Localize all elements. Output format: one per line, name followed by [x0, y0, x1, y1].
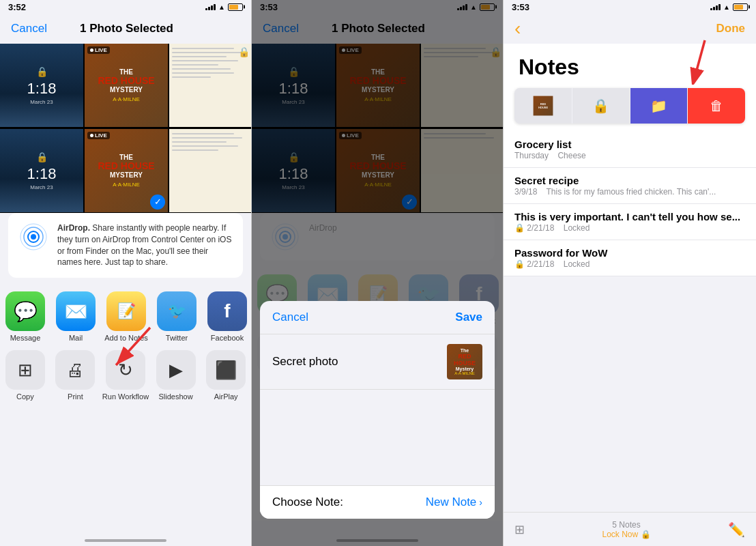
time-1: 3:52: [8, 2, 26, 12]
notes-item-meta-grocery: Thursday Cheese: [514, 151, 745, 160]
airplay-icon: ⬛: [206, 350, 246, 390]
modal-thumbnail: TheRED HOUSEMystery A·A·MILNE: [447, 344, 482, 379]
photo-cell-lockscreen[interactable]: 🔒 1:18 March 23: [0, 44, 83, 127]
workflow-label: Run Workflow: [102, 392, 149, 401]
home-indicator-1: [85, 539, 166, 542]
notes-bottom-bar: ⊞ 5 Notes Lock Now 🔒 ✏️: [504, 512, 756, 546]
modal-cancel-button[interactable]: Cancel: [272, 311, 308, 324]
notes-item-status-password: Locked: [564, 259, 590, 269]
notes-count: 5 Notes: [602, 520, 650, 530]
notes-icon: 📝: [106, 291, 146, 331]
wifi-icon: ▲: [218, 3, 225, 11]
notes-item-grocery[interactable]: Grocery list Thursday Cheese: [504, 132, 756, 168]
lock-overlay: 🔒: [238, 46, 250, 57]
airdrop-icon: [19, 222, 48, 251]
status-bar-1: 3:52 ▲: [0, 0, 251, 14]
workflow-icon: ↻: [106, 350, 145, 390]
notes-item-date-password: 2/21/18: [527, 259, 554, 269]
copy-label: Copy: [16, 392, 34, 401]
status-icons-1: ▲: [205, 3, 243, 11]
status-icons-3: ▲: [710, 3, 748, 11]
signal-icon-3: [710, 3, 721, 10]
notes-lock-now[interactable]: Lock Now 🔒: [602, 530, 650, 539]
panel-1: 3:52 ▲ Cancel 1 Photo Selected 🔒 1:18 Ma…: [0, 0, 252, 546]
app-icon-mail[interactable]: ✉️ Mail: [50, 291, 101, 342]
modal-spacer: [260, 390, 495, 485]
app-icon-notes[interactable]: 📝 Add to Notes: [101, 291, 151, 342]
slideshow-label: Slideshow: [159, 392, 193, 401]
notes-item-password[interactable]: Password for WoW 🔒 2/21/18 Locked: [504, 240, 756, 276]
notes-item-status-important: Locked: [564, 223, 590, 233]
facebook-icon: f: [207, 291, 247, 331]
notes-grid-icon[interactable]: ⊞: [514, 522, 525, 537]
modal-save-button[interactable]: Save: [455, 311, 482, 324]
done-button[interactable]: Done: [716, 22, 745, 35]
notes-item-meta-important: 🔒 2/21/18 Locked: [514, 223, 745, 233]
notes-tool-lock[interactable]: 🔒: [572, 88, 630, 124]
print-label: Print: [68, 392, 83, 401]
modal-footer: Choose Note: New Note ›: [260, 485, 495, 519]
modal-photo-row: Secret photo TheRED HOUSEMystery A·A·MIL…: [260, 334, 495, 390]
slideshow-icon: ▶: [156, 350, 196, 390]
action-slideshow[interactable]: ▶ Slideshow: [151, 350, 201, 401]
airdrop-bold: AirDrop.: [57, 223, 90, 233]
battery-icon-3: [733, 3, 748, 11]
notes-item-preview-recipe: This is for my famous fried chicken. Thi…: [547, 187, 716, 197]
photo-cell-notes[interactable]: 🔒: [169, 44, 252, 127]
back-button[interactable]: ‹: [514, 18, 521, 40]
photo-cell-book-selected[interactable]: TheRED HOUSEMystery A·A·MILNE LIVE: [85, 129, 168, 212]
live-badge-1: LIVE: [87, 46, 110, 54]
action-workflow[interactable]: ↻ Run Workflow: [100, 350, 151, 401]
message-label: Message: [10, 334, 41, 342]
notes-tool-thumbnail[interactable]: RED HOUSE: [514, 88, 572, 124]
message-icon: 💬: [5, 291, 45, 331]
signal-icon: [205, 3, 216, 10]
notes-item-preview-grocery: Cheese: [557, 151, 585, 160]
notes-item-title-important: This is very important. I can't tell you…: [514, 211, 745, 222]
mail-icon: ✉️: [56, 291, 96, 331]
notes-toolbar: RED HOUSE 🔒 📁 🗑: [514, 88, 745, 124]
chevron-right-icon: ›: [479, 497, 482, 508]
photo-grid-1: 🔒 1:18 March 23 TheRED HOUSEMystery A·A·…: [0, 44, 251, 213]
notes-item-title-password: Password for WoW: [514, 247, 745, 259]
time-3: 3:53: [512, 2, 529, 12]
facebook-label: Facebook: [211, 334, 244, 342]
notes-item-important[interactable]: This is very important. I can't tell you…: [504, 204, 756, 240]
notes-item-title-grocery: Grocery list: [514, 139, 745, 150]
notes-item-meta-recipe: 3/9/18 This is for my famous fried chick…: [514, 187, 745, 197]
modal-new-note-button[interactable]: New Note ›: [426, 495, 482, 509]
app-icon-twitter[interactable]: 🐦 Twitter: [151, 291, 202, 342]
copy-icon: ⊞: [5, 350, 45, 390]
twitter-icon: 🐦: [157, 291, 197, 331]
mail-label: Mail: [69, 334, 83, 342]
notes-item-date-important: 2/21/18: [527, 223, 554, 233]
photo-cell-notes-2[interactable]: [169, 129, 252, 212]
live-badge-2: LIVE: [87, 132, 110, 139]
action-icons-row-1: ⊞ Copy 🖨 Print ↻ Run Workflow ▶ Slidesho…: [0, 345, 251, 403]
action-print[interactable]: 🖨 Print: [50, 350, 101, 401]
photo-cell-book-1[interactable]: TheRED HOUSEMystery A·A·MILNE LIVE: [85, 44, 168, 127]
modal-photo-title: Secret photo: [272, 355, 338, 369]
panel-3: 3:53 ▲ ‹ Done Notes: [504, 0, 756, 546]
action-copy[interactable]: ⊞ Copy: [0, 350, 50, 401]
airplay-label: AirPlay: [214, 392, 238, 401]
app-icons-row-1: 💬 Message ✉️ Mail 📝 Add to Notes 🐦 Twitt…: [0, 283, 251, 345]
panel-2: 3:53 ▲ Cancel 1 Photo Selected 🔒1:18Marc…: [252, 0, 504, 546]
notes-item-date-recipe: 3/9/18: [514, 187, 537, 197]
cancel-button-1[interactable]: Cancel: [11, 22, 47, 35]
app-icon-message[interactable]: 💬 Message: [0, 291, 50, 342]
notes-tool-trash[interactable]: 🗑: [688, 88, 745, 124]
notes-item-date-grocery: Thursday: [514, 151, 549, 160]
notes-compose-icon[interactable]: ✏️: [728, 521, 745, 538]
notes-tool-folder[interactable]: 📁: [630, 88, 688, 124]
airdrop-description: AirDrop. Share instantly with people nea…: [57, 222, 232, 268]
modal-header: Cancel Save: [260, 301, 495, 334]
airdrop-section: AirDrop. Share instantly with people nea…: [8, 213, 243, 278]
modal-choose-note-label: Choose Note:: [272, 495, 343, 509]
app-icon-facebook[interactable]: f Facebook: [202, 291, 251, 342]
nav-title-1: 1 Photo Selected: [80, 22, 173, 35]
action-airplay[interactable]: ⬛ AirPlay: [201, 350, 251, 401]
notes-item-recipe[interactable]: Secret recipe 3/9/18 This is for my famo…: [504, 168, 756, 204]
notes-label: Add to Notes: [104, 334, 148, 342]
photo-cell-lockscreen-2[interactable]: 🔒 1:18 March 23: [0, 129, 83, 212]
